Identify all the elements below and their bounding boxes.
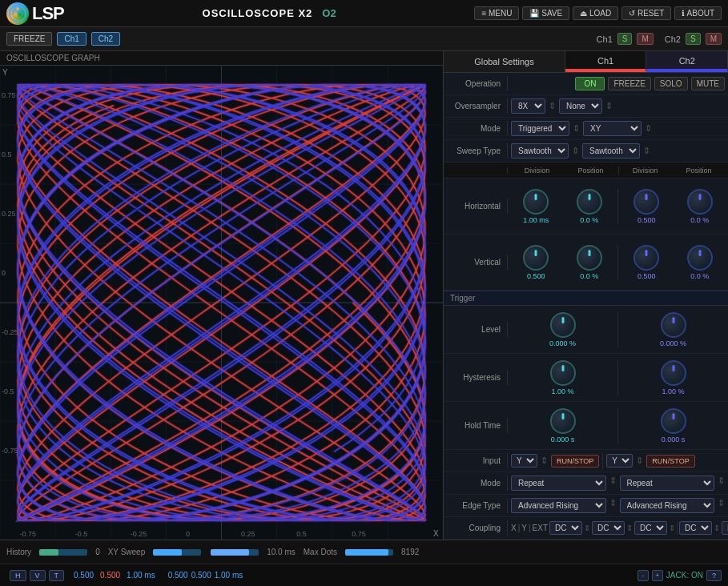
h-div-ch1-knob[interactable] <box>523 189 549 215</box>
runstop-ch2-button[interactable]: RUN/STOP <box>646 455 694 468</box>
operation-on-button[interactable]: ON <box>575 77 605 90</box>
tb-t-button[interactable]: T <box>49 570 65 581</box>
graph-canvas-container[interactable] <box>0 66 443 540</box>
status-add-button[interactable]: + <box>652 570 663 581</box>
tb-h-button[interactable]: H <box>10 570 26 581</box>
freeze-button[interactable]: FREEZE <box>6 32 52 46</box>
v-pos-ch1-val: 0.0 % <box>580 272 598 280</box>
trig-mode-content: RepeatSingle ⇕ RepeatSingle ⇕ <box>508 474 728 492</box>
oversampler-ch1-select[interactable]: 8X4X2X1X <box>511 98 545 114</box>
coupling-x1-select[interactable]: DCAC <box>549 521 582 535</box>
xy-sweep-label: XY Sweep <box>108 548 146 556</box>
ch2-button[interactable]: Ch2 <box>91 32 120 46</box>
status-h-val: 0.500 <box>74 571 94 580</box>
level-content: 0.000 % 0.000 % <box>508 311 728 349</box>
history-indicator <box>39 549 87 556</box>
runstop-ch1-button[interactable]: RUN/STOP <box>551 455 599 468</box>
status-v-val: 0.500 <box>100 571 120 580</box>
help-button[interactable]: ? <box>706 570 722 581</box>
holdtime-ch1-knob[interactable] <box>550 408 576 434</box>
jack-status: JACK: ON <box>666 571 703 580</box>
freeze-ch-button[interactable]: FREEZE <box>608 77 650 90</box>
ch2-m-button[interactable]: M <box>706 33 722 45</box>
input-ch2-select[interactable]: YX <box>606 454 633 468</box>
v-div-ch2-knob[interactable] <box>633 245 659 271</box>
holdtime-label: Hold Time <box>444 418 508 433</box>
coupling-y2-select[interactable]: DCAC <box>722 521 728 535</box>
trig-mode-row: Mode RepeatSingle ⇕ RepeatSingle ⇕ <box>444 472 728 495</box>
holdtime-ch1-val: 0.000 s <box>551 435 575 444</box>
coupling-ext1-select[interactable]: DCAC <box>634 521 667 535</box>
edge-ch1-select[interactable]: Advanced RisingRisingFalling <box>511 498 606 513</box>
solo-button[interactable]: SOLO <box>654 77 688 90</box>
v-pos-ch2-val: 0.0 % <box>690 272 709 280</box>
tb-v-button[interactable]: V <box>30 570 46 581</box>
h-div-ch2-knob[interactable] <box>633 189 659 215</box>
global-settings-tab[interactable]: Global Settings <box>444 51 565 72</box>
ch1-tab[interactable]: Ch1 <box>565 51 647 72</box>
menu-button[interactable]: ≡ MENU <box>474 6 519 20</box>
oversampler-ch2-select[interactable]: None8X4X <box>559 98 602 114</box>
status-bar: H V T 0.500 0.500 1.00 ms 0.500 0.500 1.… <box>0 564 728 586</box>
right-panel: Global Settings Ch1 Ch2 Operation ON FRE… <box>444 51 728 540</box>
oversampler-label: Oversampler <box>444 98 508 114</box>
mode-ch1-select[interactable]: TriggeredRolling <box>511 121 569 136</box>
svg-point-2 <box>16 7 19 10</box>
hysteresis-ch2-knob[interactable] <box>661 360 686 386</box>
ch1-tab-label: Ch1 <box>597 56 613 66</box>
hysteresis-ch1-knob[interactable] <box>550 360 576 386</box>
graph-canvas[interactable] <box>0 66 443 540</box>
coupling-y1-select[interactable]: DCAC <box>592 521 625 535</box>
app-title: OSCILLOSCOPE X2 <box>203 7 313 19</box>
input-ch1-select[interactable]: YX <box>511 454 537 468</box>
v-div-ch2-val: 0.500 <box>638 272 656 280</box>
ch2-s-button[interactable]: S <box>686 33 701 45</box>
hysteresis-row: Hysteresis 1.00 % 1.00 % <box>444 354 728 402</box>
sweep-ch2-select[interactable]: SawtoothTriangle <box>582 143 640 159</box>
h-div-ch1-val: 1.00 ms <box>523 216 549 224</box>
vertical-row: Vertical 0.500 0.0 % 0.500 <box>444 235 728 291</box>
coupling-x2-select[interactable]: DCAC <box>679 521 712 535</box>
operation-content: ON FREEZE SOLO MUTE <box>508 75 728 92</box>
sweep-ch1-select[interactable]: SawtoothTriangle <box>511 143 569 159</box>
holdtime-ch2-knob[interactable] <box>661 408 686 434</box>
main-content: OSCILLOSCOPE GRAPH Global Settings Ch1 C… <box>0 51 728 540</box>
global-settings-label: Global Settings <box>474 57 534 66</box>
logo: LSP <box>6 2 64 25</box>
reset-button[interactable]: ↺ RESET <box>621 6 671 20</box>
ch1-button[interactable]: Ch1 <box>57 32 86 46</box>
status-prev-button[interactable]: - <box>638 570 649 581</box>
level-ch1-val: 0.000 % <box>549 339 576 347</box>
h-pos-ch1-knob[interactable] <box>577 189 602 215</box>
trig-mode-ch2-select[interactable]: RepeatSingle <box>620 476 715 491</box>
load-button[interactable]: ⏏ LOAD <box>573 6 618 20</box>
pos-label-1: Position <box>565 167 617 175</box>
top-nav: ≡ MENU 💾 SAVE ⏏ LOAD ↺ RESET ℹ ABOUT <box>474 6 722 20</box>
about-button[interactable]: ℹ ABOUT <box>674 6 722 20</box>
edge-type-label: Edge Type <box>444 498 508 513</box>
divpos-empty <box>444 167 508 174</box>
level-ch1-knob[interactable] <box>550 312 576 338</box>
ch2-tab[interactable]: Ch2 <box>646 51 728 72</box>
history-label: History <box>6 548 31 556</box>
level-ch2-knob[interactable] <box>661 312 686 338</box>
save-button[interactable]: 💾 SAVE <box>522 6 569 20</box>
v-pos-ch2-knob[interactable] <box>687 245 713 271</box>
xy-sweep-val: 10.0 ms <box>267 548 296 556</box>
vertical-content: 0.500 0.0 % 0.500 0.0 % <box>508 243 728 282</box>
coupling-content: X | Y | EXT DCAC ⇕ DCAC ⇕ DCAC ⇕ DCAC ⇕ … <box>508 520 728 536</box>
vertical-label: Vertical <box>444 255 508 270</box>
trig-mode-ch1-select[interactable]: RepeatSingle <box>511 476 606 491</box>
mute-button[interactable]: MUTE <box>691 77 725 90</box>
ch1-s-button[interactable]: S <box>617 33 633 45</box>
ch1-m-button[interactable]: M <box>637 33 653 45</box>
edge-ch2-select[interactable]: Advanced RisingRisingFalling <box>620 498 715 513</box>
v-div-ch1-knob[interactable] <box>523 245 549 271</box>
toolbar-bottom: H V T <box>6 568 67 583</box>
edge-type-content: Advanced RisingRisingFalling ⇕ Advanced … <box>508 496 728 515</box>
v-pos-ch1-knob[interactable] <box>577 245 602 271</box>
oversampler-ch2-arrow: ⇕ <box>605 101 613 111</box>
holdtime-ch2-val: 0.000 s <box>662 435 686 444</box>
mode-ch2-select[interactable]: XYTriggered <box>583 121 642 136</box>
h-pos-ch2-knob[interactable] <box>687 189 713 215</box>
